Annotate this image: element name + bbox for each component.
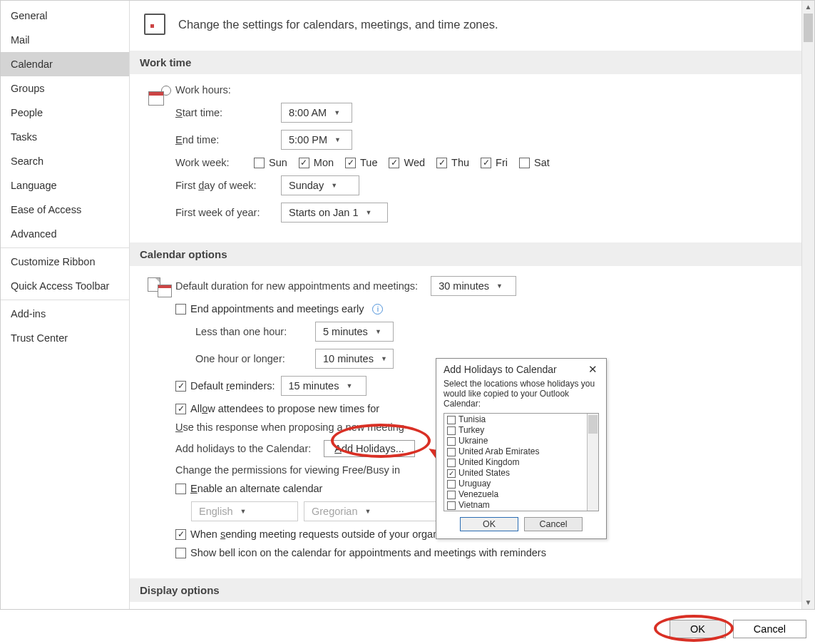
hour-or-longer-value: 10 minutes [323,353,374,364]
section-body-work-time: Work hours: Start time: 8:00 AM ▼ End ti… [130,74,801,242]
dialog-footer: OK Cancel [670,620,806,638]
checkbox-box [299,158,309,168]
info-icon[interactable]: i [372,304,383,315]
icon-cell [144,276,175,566]
sidebar-item-ease-of-access[interactable]: Ease of Access [1,198,129,222]
sidebar-item-general[interactable]: General [1,4,129,28]
scroll-thumb[interactable] [804,14,813,42]
dialog-cancel-button[interactable]: Cancel [524,517,583,531]
sidebar-item-customize-ribbon[interactable]: Customize Ribbon [1,250,129,274]
chevron-down-icon: ▼ [364,508,371,515]
day-label: Sun [269,157,287,168]
scroll-down-arrow-icon[interactable]: ▼ [802,596,814,609]
workweek-day-fri[interactable]: Fri [481,157,508,168]
countries-listbox[interactable]: TunisiaTurkeyUkraineUnited Arab Emirates… [444,414,587,511]
country-item[interactable]: Uruguay [446,479,585,489]
alt-language-value: English [199,506,233,517]
checkbox-box [447,426,456,435]
chevron-down-icon: ▼ [331,182,337,189]
sidebar-item-add-ins[interactable]: Add-ins [1,302,129,326]
chevron-down-icon: ▼ [346,382,352,389]
list-scrollbar[interactable] [587,414,598,511]
sidebar-item-language[interactable]: Language [1,173,129,198]
sidebar-item-people[interactable]: People [1,101,129,125]
sidebar-item-groups[interactable]: Groups [1,76,129,101]
calendar-clock-icon [148,86,171,106]
checkbox-box [447,448,456,456]
sidebar-item-trust-center[interactable]: Trust Center [1,326,129,350]
default-duration-value: 30 minutes [439,280,489,292]
checkbox-box [447,480,456,489]
work-hours-label: Work hours: [175,84,231,96]
country-item[interactable]: United States [446,468,585,479]
default-reminders-combo[interactable]: 15 minutes ▼ [281,376,367,396]
sidebar-item-calendar[interactable]: Calendar [1,52,129,76]
country-item[interactable]: Venezuela [446,489,585,500]
sidebar-item-mail[interactable]: Mail [1,28,129,52]
checkbox-box [519,158,530,168]
checkbox-box [389,158,399,168]
workweek-day-sat[interactable]: Sat [519,157,550,168]
sidebar-item-search[interactable]: Search [1,149,129,173]
first-week-combo[interactable]: Starts on Jan 1 ▼ [281,203,388,223]
checkbox-box [436,158,447,168]
country-item[interactable]: Turkey [446,425,585,436]
less-than-hour-combo[interactable]: 5 minutes ▼ [315,322,394,342]
workweek-day-tue[interactable]: Tue [345,157,377,168]
cancel-button[interactable]: Cancel [733,620,806,638]
chevron-down-icon: ▼ [334,109,340,116]
start-time-combo[interactable]: 8:00 AM ▼ [281,103,352,123]
scroll-up-arrow-icon[interactable]: ▲ [802,1,814,14]
chevron-down-icon: ▼ [496,282,503,290]
ok-button[interactable]: OK [670,620,726,638]
day-label: Thu [451,157,469,168]
chevron-down-icon: ▼ [375,328,381,335]
list-scroll-thumb[interactable] [588,415,598,434]
workweek-day-thu[interactable]: Thu [436,157,469,168]
intro-text: Change the settings for calendars, meeti… [178,18,498,31]
checkbox-box [447,437,456,446]
workweek-day-wed[interactable]: Wed [389,157,425,168]
add-holidays-button[interactable]: Add Holidays... [324,440,415,457]
dialog-ok-button[interactable]: OK [460,517,518,531]
allow-propose-checkbox[interactable]: Allow attendees to propose new times for [175,403,379,414]
country-item[interactable]: Vietnam [446,500,585,511]
close-icon[interactable]: ✕ [585,363,600,376]
show-bell-checkbox[interactable]: Show bell icon on the calendar for appoi… [175,547,546,558]
checkbox-box [175,529,186,540]
end-early-label: End appointments and meetings early [190,303,364,315]
alt-language-combo: English ▼ [191,501,298,521]
sidebar-item-advanced[interactable]: Advanced [1,222,129,246]
checkbox-box [175,381,186,392]
country-item[interactable]: United Kingdom [446,457,585,468]
workweek-day-sun[interactable]: Sun [254,157,287,168]
sidebar-item-tasks[interactable]: Tasks [1,125,129,149]
add-holidays-dialog: Add Holidays to Calendar ✕ Select the lo… [436,358,607,539]
first-week-label: First week of year: [175,207,268,218]
country-item[interactable]: Ukraine [446,436,585,446]
sidebar-separator [1,247,129,248]
checkbox-box [447,491,456,499]
default-reminders-checkbox[interactable]: Default reminders: [175,380,275,392]
first-day-combo[interactable]: Sunday ▼ [281,175,359,195]
workweek-day-mon[interactable]: Mon [299,157,334,168]
default-duration-combo[interactable]: 30 minutes ▼ [431,276,516,296]
country-label: United Kingdom [458,457,519,468]
end-time-combo[interactable]: 5:00 PM ▼ [281,130,352,150]
end-early-checkbox[interactable]: End appointments and meetings early [175,303,364,315]
first-day-value: Sunday [289,180,324,191]
dialog-button-row: OK Cancel [436,511,606,538]
sidebar-item-quick-access-toolbar[interactable]: Quick Access Toolbar [1,274,129,298]
checkbox-box [175,484,186,494]
country-label: Uruguay [458,479,491,489]
country-label: Venezuela [458,489,498,500]
country-label: Turkey [458,425,484,436]
icon-cell [144,84,175,230]
chevron-down-icon: ▼ [334,136,341,143]
enable-alternate-checkbox[interactable]: Enable an alternate calendar [175,483,322,494]
day-label: Tue [360,157,377,168]
country-item[interactable]: Tunisia [446,414,585,425]
country-item[interactable]: United Arab Emirates [446,446,585,457]
hour-or-longer-combo[interactable]: 10 minutes ▼ [315,349,394,369]
vertical-scrollbar[interactable]: ▲ ▼ [801,1,814,609]
